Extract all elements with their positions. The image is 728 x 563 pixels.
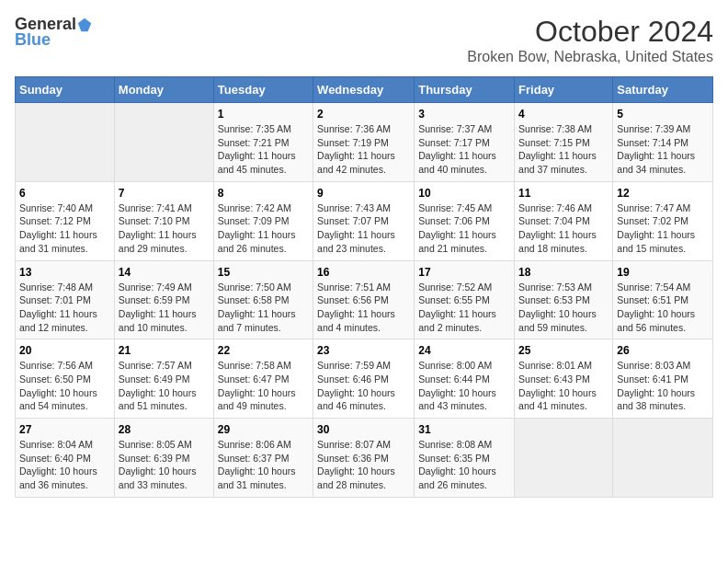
calendar-cell: 13Sunrise: 7:48 AMSunset: 7:01 PMDayligh… [16, 260, 115, 339]
calendar-cell: 22Sunrise: 7:58 AMSunset: 6:47 PMDayligh… [213, 339, 313, 419]
calendar-cell: 29Sunrise: 8:06 AMSunset: 6:37 PMDayligh… [213, 419, 313, 498]
calendar-table: SundayMondayTuesdayWednesdayThursdayFrid… [15, 76, 713, 498]
day-info: Sunrise: 7:40 AMSunset: 7:12 PMDaylight:… [19, 201, 110, 256]
header-thursday: Thursday [415, 77, 515, 103]
day-number: 14 [119, 266, 210, 279]
page-header: General Blue October 2024 Broken Bow, Ne… [15, 15, 713, 65]
day-info: Sunrise: 7:56 AMSunset: 6:50 PMDaylight:… [19, 359, 110, 413]
calendar-cell: 24Sunrise: 8:00 AMSunset: 6:44 PMDayligh… [415, 339, 515, 419]
day-info: Sunrise: 7:36 AMSunset: 7:19 PMDaylight:… [317, 122, 410, 177]
week-row-3: 20Sunrise: 7:56 AMSunset: 6:50 PMDayligh… [16, 339, 713, 419]
calendar-cell: 14Sunrise: 7:49 AMSunset: 6:59 PMDayligh… [114, 260, 213, 339]
day-number: 16 [317, 266, 410, 279]
day-info: Sunrise: 7:46 AMSunset: 7:04 PMDaylight:… [518, 201, 609, 256]
day-number: 28 [119, 423, 210, 436]
calendar-body: 1Sunrise: 7:35 AMSunset: 7:21 PMDaylight… [16, 103, 713, 498]
day-info: Sunrise: 8:05 AMSunset: 6:39 PMDaylight:… [119, 438, 210, 492]
calendar-cell: 21Sunrise: 7:57 AMSunset: 6:49 PMDayligh… [114, 339, 213, 419]
day-info: Sunrise: 7:45 AMSunset: 7:06 PMDaylight:… [418, 201, 510, 256]
calendar-cell: 5Sunrise: 7:39 AMSunset: 7:14 PMDaylight… [613, 103, 713, 182]
calendar-cell [515, 419, 613, 498]
header-friday: Friday [515, 77, 613, 103]
calendar-cell: 28Sunrise: 8:05 AMSunset: 6:39 PMDayligh… [114, 419, 213, 498]
day-info: Sunrise: 8:06 AMSunset: 6:37 PMDaylight:… [218, 438, 309, 492]
logo: General Blue [15, 15, 93, 50]
day-number: 10 [418, 187, 510, 200]
week-row-4: 27Sunrise: 8:04 AMSunset: 6:40 PMDayligh… [16, 419, 713, 498]
day-number: 4 [518, 108, 609, 121]
calendar-cell [613, 419, 713, 498]
calendar-cell: 7Sunrise: 7:41 AMSunset: 7:10 PMDaylight… [114, 181, 213, 260]
logo-flag-icon [76, 17, 93, 33]
day-number: 9 [317, 187, 410, 200]
day-info: Sunrise: 7:41 AMSunset: 7:10 PMDaylight:… [119, 201, 210, 256]
calendar-cell: 16Sunrise: 7:51 AMSunset: 6:56 PMDayligh… [313, 260, 415, 339]
day-number: 26 [617, 344, 709, 357]
calendar-cell [114, 103, 213, 182]
day-info: Sunrise: 7:50 AMSunset: 6:58 PMDaylight:… [218, 281, 309, 335]
day-info: Sunrise: 8:08 AMSunset: 6:35 PMDaylight:… [418, 438, 510, 492]
day-info: Sunrise: 7:59 AMSunset: 6:46 PMDaylight:… [317, 359, 410, 413]
calendar-cell: 3Sunrise: 7:37 AMSunset: 7:17 PMDaylight… [415, 103, 515, 182]
day-number: 7 [119, 187, 210, 200]
day-number: 24 [418, 344, 510, 357]
calendar-header: SundayMondayTuesdayWednesdayThursdayFrid… [16, 77, 713, 103]
day-info: Sunrise: 7:52 AMSunset: 6:55 PMDaylight:… [418, 281, 510, 335]
day-info: Sunrise: 8:03 AMSunset: 6:41 PMDaylight:… [617, 359, 709, 413]
calendar-cell: 23Sunrise: 7:59 AMSunset: 6:46 PMDayligh… [313, 339, 415, 419]
calendar-cell: 15Sunrise: 7:50 AMSunset: 6:58 PMDayligh… [213, 260, 313, 339]
svg-marker-0 [78, 17, 91, 30]
calendar-cell: 2Sunrise: 7:36 AMSunset: 7:19 PMDaylight… [313, 103, 415, 182]
day-number: 17 [418, 266, 510, 279]
day-number: 20 [19, 344, 110, 357]
day-number: 31 [418, 423, 510, 436]
calendar-cell: 27Sunrise: 8:04 AMSunset: 6:40 PMDayligh… [16, 419, 115, 498]
day-info: Sunrise: 7:43 AMSunset: 7:07 PMDaylight:… [317, 201, 410, 256]
day-number: 25 [518, 344, 609, 357]
calendar-cell: 1Sunrise: 7:35 AMSunset: 7:21 PMDaylight… [213, 103, 313, 182]
header-monday: Monday [114, 77, 213, 103]
day-info: Sunrise: 7:38 AMSunset: 7:15 PMDaylight:… [518, 122, 609, 177]
day-number: 13 [19, 266, 110, 279]
day-number: 29 [218, 423, 309, 436]
day-number: 5 [617, 108, 709, 121]
day-info: Sunrise: 8:04 AMSunset: 6:40 PMDaylight:… [19, 438, 110, 492]
calendar-cell: 17Sunrise: 7:52 AMSunset: 6:55 PMDayligh… [415, 260, 515, 339]
calendar-cell: 19Sunrise: 7:54 AMSunset: 6:51 PMDayligh… [613, 260, 713, 339]
calendar-cell [16, 103, 115, 182]
day-number: 23 [317, 344, 410, 357]
week-row-1: 6Sunrise: 7:40 AMSunset: 7:12 PMDaylight… [16, 181, 713, 260]
calendar-cell: 8Sunrise: 7:42 AMSunset: 7:09 PMDaylight… [213, 181, 313, 260]
day-info: Sunrise: 7:39 AMSunset: 7:14 PMDaylight:… [617, 122, 709, 177]
day-info: Sunrise: 7:57 AMSunset: 6:49 PMDaylight:… [119, 359, 210, 413]
day-info: Sunrise: 7:54 AMSunset: 6:51 PMDaylight:… [617, 281, 709, 335]
calendar-cell: 26Sunrise: 8:03 AMSunset: 6:41 PMDayligh… [613, 339, 713, 419]
calendar-cell: 6Sunrise: 7:40 AMSunset: 7:12 PMDaylight… [16, 181, 115, 260]
calendar-cell: 20Sunrise: 7:56 AMSunset: 6:50 PMDayligh… [16, 339, 115, 419]
day-number: 12 [617, 187, 709, 200]
day-info: Sunrise: 8:01 AMSunset: 6:43 PMDaylight:… [518, 359, 609, 413]
main-title: October 2024 [467, 15, 713, 49]
day-info: Sunrise: 8:07 AMSunset: 6:36 PMDaylight:… [317, 438, 410, 492]
day-info: Sunrise: 7:47 AMSunset: 7:02 PMDaylight:… [617, 201, 709, 256]
calendar-cell: 30Sunrise: 8:07 AMSunset: 6:36 PMDayligh… [313, 419, 415, 498]
header-wednesday: Wednesday [313, 77, 415, 103]
calendar-cell: 11Sunrise: 7:46 AMSunset: 7:04 PMDayligh… [515, 181, 613, 260]
week-row-2: 13Sunrise: 7:48 AMSunset: 7:01 PMDayligh… [16, 260, 713, 339]
calendar-cell: 18Sunrise: 7:53 AMSunset: 6:53 PMDayligh… [515, 260, 613, 339]
day-number: 21 [119, 344, 210, 357]
day-number: 27 [19, 423, 110, 436]
header-sunday: Sunday [16, 77, 115, 103]
day-info: Sunrise: 7:42 AMSunset: 7:09 PMDaylight:… [218, 201, 309, 256]
day-info: Sunrise: 7:37 AMSunset: 7:17 PMDaylight:… [418, 122, 510, 177]
day-number: 30 [317, 423, 410, 436]
day-info: Sunrise: 7:35 AMSunset: 7:21 PMDaylight:… [218, 122, 309, 177]
day-number: 2 [317, 108, 410, 121]
day-number: 11 [518, 187, 609, 200]
calendar-cell: 31Sunrise: 8:08 AMSunset: 6:35 PMDayligh… [415, 419, 515, 498]
calendar-cell: 4Sunrise: 7:38 AMSunset: 7:15 PMDaylight… [515, 103, 613, 182]
day-info: Sunrise: 7:48 AMSunset: 7:01 PMDaylight:… [19, 281, 110, 335]
title-section: October 2024 Broken Bow, Nebraska, Unite… [467, 15, 713, 65]
day-number: 22 [218, 344, 309, 357]
day-number: 19 [617, 266, 709, 279]
